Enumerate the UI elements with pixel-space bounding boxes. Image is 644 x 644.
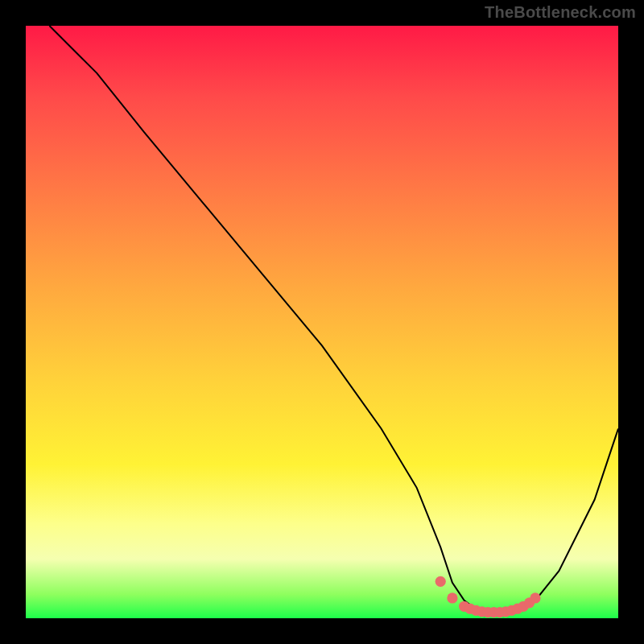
chart-curve <box>49 26 618 613</box>
chart-plot <box>26 26 618 618</box>
chart-min-markers <box>436 576 541 618</box>
svg-point-14 <box>530 592 540 603</box>
svg-point-1 <box>447 592 457 603</box>
svg-point-0 <box>436 576 446 587</box>
watermark-text: TheBottleneck.com <box>485 3 636 22</box>
chart-frame: TheBottleneck.com <box>0 0 644 644</box>
